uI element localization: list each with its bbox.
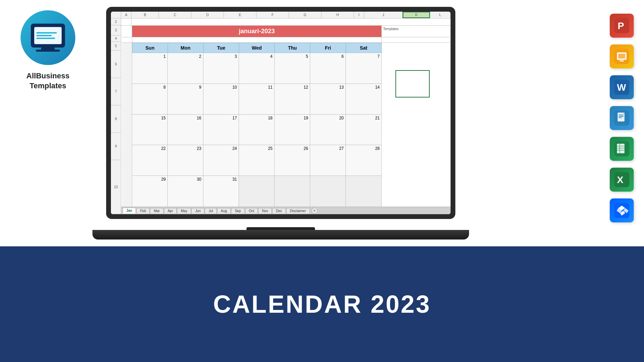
sheet-tab-jul[interactable]: Jul (205, 208, 217, 214)
calendar-title-text: januari-2023 (239, 28, 275, 35)
header-sat: Sat (346, 43, 381, 53)
col-a-cal (122, 43, 132, 207)
day-18: 18 (239, 115, 275, 145)
day-25: 25 (239, 145, 275, 176)
docs-icon (610, 106, 634, 130)
laptop-base (92, 230, 469, 240)
laptop-hinge (247, 227, 315, 230)
day-10: 10 (203, 84, 239, 114)
sheet-tab-may[interactable]: May (177, 208, 191, 214)
row-num-5: 5 (111, 42, 121, 51)
templates-cell: Templates (381, 26, 450, 37)
col-header-c: C (159, 12, 191, 18)
calendar-weeks: 1 2 3 4 5 6 7 (132, 53, 381, 207)
logo-screen (34, 27, 62, 44)
row-num-6: 6 (111, 51, 121, 78)
row4-spacer (122, 37, 450, 43)
excel-spacer-row2 (121, 18, 451, 26)
col-a-r2 (121, 18, 131, 25)
svg-text:P: P (618, 21, 624, 31)
logo-line-2 (36, 35, 52, 36)
day-empty-2 (275, 176, 310, 207)
sheet-tab-jan[interactable]: Jan (123, 208, 136, 214)
row-num-spacer (111, 12, 121, 18)
sheet-tab-oct[interactable]: Oct (245, 208, 258, 214)
row-num-4: 4 (111, 36, 121, 42)
row-num-9: 9 (111, 133, 121, 160)
sheet-tab-aug[interactable]: Aug (217, 208, 231, 214)
col-header-a: A (121, 12, 131, 18)
col-header-g: G (289, 12, 321, 18)
day-4: 4 (239, 53, 275, 83)
week-3: 15 16 17 18 19 20 21 (132, 115, 381, 145)
laptop-screen-outer: A B C D E F G H I J K L 2 (106, 7, 455, 219)
day-19: 19 (275, 115, 310, 145)
header-sun: Sun (132, 43, 168, 53)
templates-label: Templates (383, 27, 399, 31)
day-26: 26 (275, 145, 310, 176)
excel-body: 2 3 4 5 6 7 8 9 10 (111, 18, 451, 214)
day-empty-4 (346, 176, 381, 207)
sheet-tab-mar[interactable]: Mar (150, 208, 163, 214)
day-20: 20 (310, 115, 346, 145)
sheet-tab-nov[interactable]: Nov (258, 208, 272, 214)
col-header-f: F (256, 12, 289, 18)
calendar-title-cell: januari-2023 (132, 26, 381, 37)
day-15: 15 (132, 115, 168, 145)
calendar-grid-main: Sun Mon Tue Wed Thu Fri Sat (132, 43, 381, 207)
selected-cell-indicator (395, 70, 430, 98)
day-3: 3 (203, 53, 239, 83)
right-r4 (381, 37, 450, 42)
app-icons-panel: P W (610, 14, 634, 222)
brand-name-line2: Templates (29, 81, 66, 90)
bottom-bar-title: CALENDAR 2023 (213, 290, 431, 318)
col-header-e: E (224, 12, 256, 18)
sheet-tab-apr[interactable]: Apr (164, 208, 177, 214)
day-17: 17 (203, 115, 239, 145)
day-2: 2 (168, 53, 203, 83)
col-a-r4 (122, 37, 132, 42)
sheet-tab-disclaimer[interactable]: Disclaimer (286, 208, 310, 214)
sheet-tab-feb[interactable]: Feb (136, 208, 150, 214)
day-14: 14 (346, 84, 381, 114)
sheet-tab-dec[interactable]: Dec (272, 208, 286, 214)
header-fri: Fri (310, 43, 346, 53)
logo-inner (31, 24, 65, 48)
day-empty-1 (239, 176, 275, 207)
excel-icon: X (610, 168, 634, 192)
header-mon: Mon (168, 43, 203, 53)
col-header-i: I (354, 12, 364, 18)
col-header-k: K (403, 12, 430, 18)
col-header-d: D (191, 12, 224, 18)
day-7: 7 (346, 53, 381, 83)
header-tue: Tue (203, 43, 239, 53)
word-icon: W (610, 75, 634, 99)
row-num-10: 10 (111, 160, 121, 214)
add-sheet-button[interactable]: + (312, 208, 318, 214)
svg-text:W: W (617, 82, 626, 93)
day-11: 11 (239, 84, 275, 114)
logo-area: AllBusiness Templates (10, 10, 86, 91)
row-num-2: 2 (111, 18, 121, 25)
day-28: 28 (346, 145, 381, 176)
week-1: 1 2 3 4 5 6 7 (132, 53, 381, 84)
row-num-8: 8 (111, 105, 121, 133)
day-1: 1 (132, 53, 168, 83)
day-27: 27 (310, 145, 346, 176)
excel-row-nums: 2 3 4 5 6 7 8 9 10 (111, 18, 121, 214)
day-13: 13 (310, 84, 346, 114)
svg-rect-5 (620, 60, 624, 62)
week-2: 8 9 10 11 12 13 14 (132, 84, 381, 115)
day-8: 8 (132, 84, 168, 114)
sheet-tab-sep[interactable]: Sep (231, 208, 245, 214)
row-num-3: 3 (111, 25, 121, 36)
day-12: 12 (275, 84, 310, 114)
day-6: 6 (310, 53, 346, 83)
sheet-tab-jun[interactable]: Jun (191, 208, 204, 214)
rest-r4 (132, 37, 381, 42)
logo-base (36, 50, 60, 52)
calendar-area: januari-2023 Templates (121, 26, 451, 207)
day-31: 31 (203, 176, 239, 207)
logo-line-1 (36, 32, 57, 34)
day-24: 24 (203, 145, 239, 176)
